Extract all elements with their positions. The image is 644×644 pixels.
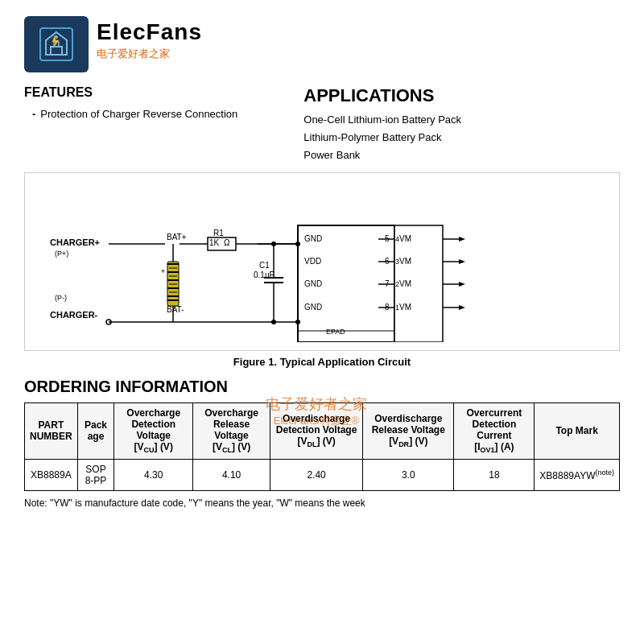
svg-text:C1: C1 bbox=[259, 261, 270, 270]
brand-text: ElecFans 电子爱好者之家 bbox=[97, 16, 202, 61]
col-iov: Overcurrent Detection Current[IOV1] (A) bbox=[454, 403, 535, 459]
features-text: Protection of Charger Reverse Connection bbox=[40, 106, 237, 122]
logo-box bbox=[24, 16, 89, 72]
page: ElecFans 电子爱好者之家 FEATURES - Protection o… bbox=[0, 0, 644, 644]
svg-text:3: 3 bbox=[395, 258, 399, 266]
svg-text:1K: 1K bbox=[209, 238, 220, 247]
svg-text:BAT-: BAT- bbox=[167, 305, 184, 314]
svg-text:(P-): (P-) bbox=[55, 294, 67, 302]
col-vcu: Overcharge Detection Voltage[VCU] (V) bbox=[114, 403, 193, 459]
svg-marker-63 bbox=[459, 237, 465, 242]
col-vcl: Overcharge Release Voltage[VCL] (V) bbox=[193, 403, 270, 459]
svg-point-77 bbox=[295, 242, 300, 246]
svg-text:2: 2 bbox=[395, 280, 399, 288]
svg-text:(P+): (P+) bbox=[55, 250, 68, 258]
col-part-number: PARTNUMBER bbox=[25, 403, 78, 459]
svg-marker-75 bbox=[459, 305, 465, 310]
cell-vcl: 4.10 bbox=[193, 459, 270, 490]
svg-marker-71 bbox=[459, 282, 465, 287]
applications-title: APPLICATIONS bbox=[303, 85, 620, 106]
table-header-row: PARTNUMBER Package Overcharge Detection … bbox=[25, 403, 620, 459]
circuit-svg: CHARGER+ (P+) CHARGER- (P-) BAT+ + bbox=[48, 181, 596, 342]
header: ElecFans 电子爱好者之家 bbox=[24, 16, 620, 72]
cell-vdl: 2.40 bbox=[270, 459, 363, 490]
svg-text:+: + bbox=[161, 267, 165, 275]
features-title: FEATURES bbox=[24, 85, 287, 100]
svg-text:1: 1 bbox=[395, 303, 399, 312]
svg-text:EPAD: EPAD bbox=[326, 328, 345, 336]
circuit-diagram: CHARGER+ (P+) CHARGER- (P-) BAT+ + bbox=[24, 172, 620, 351]
svg-text:R1: R1 bbox=[213, 229, 224, 237]
col-topmark: Top Mark bbox=[535, 403, 620, 459]
cell-part: XB8889A bbox=[25, 459, 78, 490]
svg-text:GND: GND bbox=[304, 303, 322, 312]
svg-text:GND: GND bbox=[304, 234, 322, 243]
logo-icon bbox=[36, 24, 76, 64]
svg-text:VM: VM bbox=[399, 257, 411, 266]
applications-list: One-Cell Lithium-ion Battery Pack Lithiu… bbox=[303, 111, 620, 164]
svg-point-79 bbox=[295, 320, 300, 324]
features-item: - Protection of Charger Reverse Connecti… bbox=[32, 106, 287, 122]
cell-topmark: XB8889AYW(note) bbox=[535, 459, 620, 490]
brand-name: ElecFans bbox=[97, 19, 202, 45]
col-vdr: Overdischarge Release Voltage[VDR] (V) bbox=[363, 403, 454, 459]
svg-text:4: 4 bbox=[395, 235, 399, 243]
app-item-1: One-Cell Lithium-ion Battery Pack bbox=[303, 111, 620, 129]
left-column: FEATURES - Protection of Charger Reverse… bbox=[24, 85, 287, 164]
svg-text:CHARGER-: CHARGER- bbox=[50, 310, 98, 320]
cell-package: SOP 8-PP bbox=[77, 459, 114, 490]
col-vdl: Overdischarge Detection Voltage[VDL] (V) bbox=[270, 403, 363, 459]
brand-subtitle: 电子爱好者之家 bbox=[97, 47, 202, 61]
cell-vdr: 3.0 bbox=[363, 459, 454, 490]
svg-text:BAT+: BAT+ bbox=[167, 233, 187, 242]
ordering-table: PARTNUMBER Package Overcharge Detection … bbox=[24, 402, 620, 490]
col-package: Package bbox=[77, 403, 114, 459]
svg-text:VM: VM bbox=[399, 234, 411, 243]
right-column: APPLICATIONS One-Cell Lithium-ion Batter… bbox=[303, 85, 620, 164]
dash-icon: - bbox=[32, 106, 35, 122]
svg-text:Ω: Ω bbox=[224, 238, 230, 247]
two-column-section: FEATURES - Protection of Charger Reverse… bbox=[24, 85, 620, 164]
figure-caption: Figure 1. Typical Application Circuit bbox=[24, 356, 620, 368]
ordering-title: ORDERING INFORMATION bbox=[24, 378, 620, 396]
app-item-2: Lithium-Polymer Battery Pack bbox=[303, 129, 620, 147]
table-row: XB8889A SOP 8-PP 4.30 4.10 2.40 3.0 18 X… bbox=[25, 459, 620, 490]
app-item-3: Power Bank bbox=[303, 147, 620, 164]
svg-text:VM: VM bbox=[399, 303, 411, 312]
features-list: - Protection of Charger Reverse Connecti… bbox=[24, 106, 287, 122]
svg-text:CHARGER+: CHARGER+ bbox=[50, 237, 100, 247]
cell-iov: 18 bbox=[454, 459, 535, 490]
svg-text:VDD: VDD bbox=[304, 257, 321, 266]
svg-marker-67 bbox=[459, 259, 465, 264]
svg-text:VM: VM bbox=[399, 279, 411, 288]
cell-vcu: 4.30 bbox=[114, 459, 193, 490]
svg-text:GND: GND bbox=[304, 279, 322, 288]
table-note: Note: "YW" is manufacture date code, "Y"… bbox=[24, 497, 620, 509]
